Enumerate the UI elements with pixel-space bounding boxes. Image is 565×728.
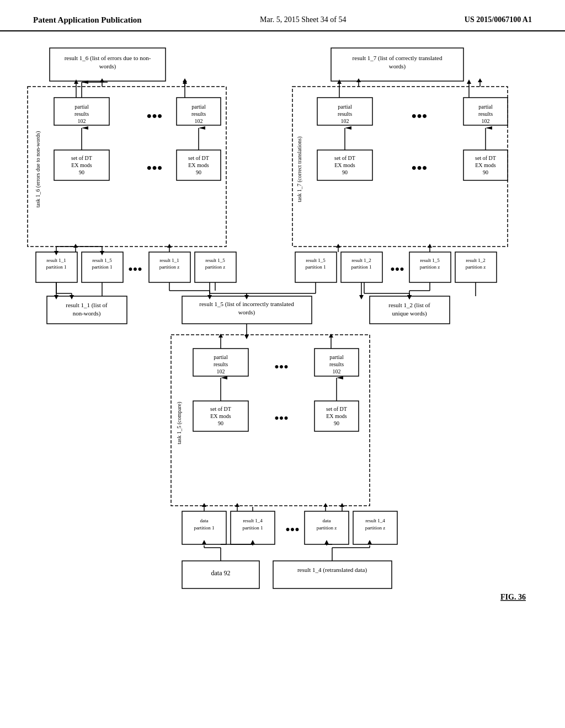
svg-text:result 1_4 (retranslated data): result 1_4 (retranslated data) <box>297 566 367 574</box>
svg-text:90: 90 <box>334 420 339 426</box>
diagram-svg: result 1_6 (list of errors due to non- w… <box>17 42 548 715</box>
diagram-area: result 1_6 (list of errors due to non- w… <box>17 42 548 715</box>
svg-text:EX mods: EX mods <box>210 413 231 419</box>
svg-text:task 1_5 (compare): task 1_5 (compare) <box>176 402 183 444</box>
svg-text:results: results <box>478 111 493 117</box>
svg-text:set of DT: set of DT <box>71 155 92 161</box>
svg-text:words): words) <box>389 63 406 70</box>
svg-text:partition z: partition z <box>159 264 180 270</box>
svg-text:results: results <box>329 361 344 367</box>
svg-marker-189 <box>478 78 482 82</box>
svg-text:data: data <box>323 518 331 523</box>
svg-text:task 1_7 (correct translations: task 1_7 (correct translations) <box>296 136 303 202</box>
svg-text:result 1_4: result 1_4 <box>365 518 385 523</box>
svg-text:partition z: partition z <box>466 264 486 270</box>
svg-text:words): words) <box>238 309 255 316</box>
svg-text:102: 102 <box>341 118 349 124</box>
svg-text:unique words): unique words) <box>392 310 427 317</box>
svg-text:result 1_5 (list of incorrectl: result 1_5 (list of incorrectly translat… <box>199 301 294 308</box>
svg-text:data 92: data 92 <box>211 569 231 577</box>
svg-text:90: 90 <box>196 169 201 175</box>
svg-text:result 1_2 (list of: result 1_2 (list of <box>388 302 430 309</box>
svg-text:90: 90 <box>483 169 488 175</box>
svg-text:102: 102 <box>78 118 86 124</box>
svg-text:EX mods: EX mods <box>71 162 92 168</box>
svg-text:partial: partial <box>338 104 352 110</box>
svg-text:set of DT: set of DT <box>475 155 496 161</box>
svg-text:●●●: ●●● <box>147 163 163 172</box>
svg-text:results: results <box>214 361 228 367</box>
svg-text:partition 1: partition 1 <box>194 525 214 531</box>
svg-text:result 1_5: result 1_5 <box>420 258 440 263</box>
svg-text:set of DT: set of DT <box>334 155 355 161</box>
svg-text:partial: partial <box>329 354 344 360</box>
header-right: US 2015/0067100 A1 <box>465 15 532 24</box>
svg-text:partition 1: partition 1 <box>242 525 263 531</box>
svg-text:●●●: ●●● <box>274 362 288 371</box>
svg-marker-185 <box>183 78 187 82</box>
svg-text:90: 90 <box>342 169 348 175</box>
svg-text:set of DT: set of DT <box>188 155 209 161</box>
svg-text:EX mods: EX mods <box>475 162 496 168</box>
svg-text:EX mods: EX mods <box>326 413 347 419</box>
svg-text:set of DT: set of DT <box>326 406 347 412</box>
svg-text:partial: partial <box>214 354 228 360</box>
svg-text:FIG. 36: FIG. 36 <box>500 593 526 601</box>
svg-text:result 1_7 (list of correctly : result 1_7 (list of correctly translated <box>353 55 443 62</box>
svg-text:90: 90 <box>218 420 223 426</box>
svg-text:result 1_5: result 1_5 <box>92 258 112 263</box>
svg-text:result 1_2: result 1_2 <box>466 258 486 263</box>
svg-marker-202 <box>359 295 364 299</box>
svg-rect-169 <box>273 561 392 588</box>
svg-text:102: 102 <box>195 118 203 124</box>
svg-text:partition z: partition z <box>365 525 386 531</box>
svg-text:partition 1: partition 1 <box>305 264 326 270</box>
svg-text:partial: partial <box>191 104 206 110</box>
svg-text:●●●: ●●● <box>128 265 142 273</box>
svg-text:●●●: ●●● <box>390 265 404 273</box>
svg-text:partition 1: partition 1 <box>92 264 112 270</box>
svg-text:result 1_1: result 1_1 <box>46 258 66 263</box>
svg-text:EX mods: EX mods <box>188 162 209 168</box>
svg-text:102: 102 <box>482 118 490 124</box>
svg-text:partition z: partition z <box>317 525 337 531</box>
svg-text:task 1_6 (errors due to non-wo: task 1_6 (errors due to non-words) <box>35 131 41 208</box>
svg-text:set of DT: set of DT <box>210 406 231 412</box>
svg-text:result 1_5: result 1_5 <box>306 258 326 263</box>
svg-text:results: results <box>74 111 89 117</box>
svg-text:non-words): non-words) <box>73 310 101 317</box>
svg-text:results: results <box>338 111 352 117</box>
svg-text:●●●: ●●● <box>147 111 163 120</box>
svg-text:result 1_6 (list of errors due: result 1_6 (list of errors due to non- <box>65 55 151 62</box>
svg-text:●●●: ●●● <box>285 525 299 533</box>
svg-text:partial: partial <box>74 104 89 110</box>
svg-text:102: 102 <box>333 368 341 374</box>
header-center: Mar. 5, 2015 Sheet 34 of 54 <box>260 15 346 24</box>
svg-text:result 1_4: result 1_4 <box>243 518 263 523</box>
svg-text:partial: partial <box>478 104 493 110</box>
svg-text:result 1_2: result 1_2 <box>351 258 371 263</box>
svg-text:●●●: ●●● <box>412 111 428 120</box>
svg-text:partition 1: partition 1 <box>46 264 66 270</box>
svg-marker-60 <box>467 79 471 84</box>
svg-text:partition 1: partition 1 <box>351 264 371 270</box>
svg-text:result 1_5: result 1_5 <box>205 258 225 263</box>
page-header: Patent Application Publication Mar. 5, 2… <box>0 0 565 31</box>
svg-text:results: results <box>191 111 206 117</box>
svg-text:partition z: partition z <box>205 264 226 270</box>
svg-text:words): words) <box>99 63 116 70</box>
svg-text:●●●: ●●● <box>412 163 428 172</box>
svg-text:EX mods: EX mods <box>334 162 355 168</box>
svg-text:data: data <box>200 518 209 523</box>
svg-text:result 1_1: result 1_1 <box>159 258 179 263</box>
svg-text:partition z: partition z <box>420 264 440 270</box>
svg-text:90: 90 <box>79 169 84 175</box>
header-left: Patent Application Publication <box>33 15 142 25</box>
svg-text:●●●: ●●● <box>274 414 288 422</box>
svg-text:result 1_1 (list of: result 1_1 (list of <box>66 302 108 309</box>
svg-text:102: 102 <box>217 368 225 374</box>
